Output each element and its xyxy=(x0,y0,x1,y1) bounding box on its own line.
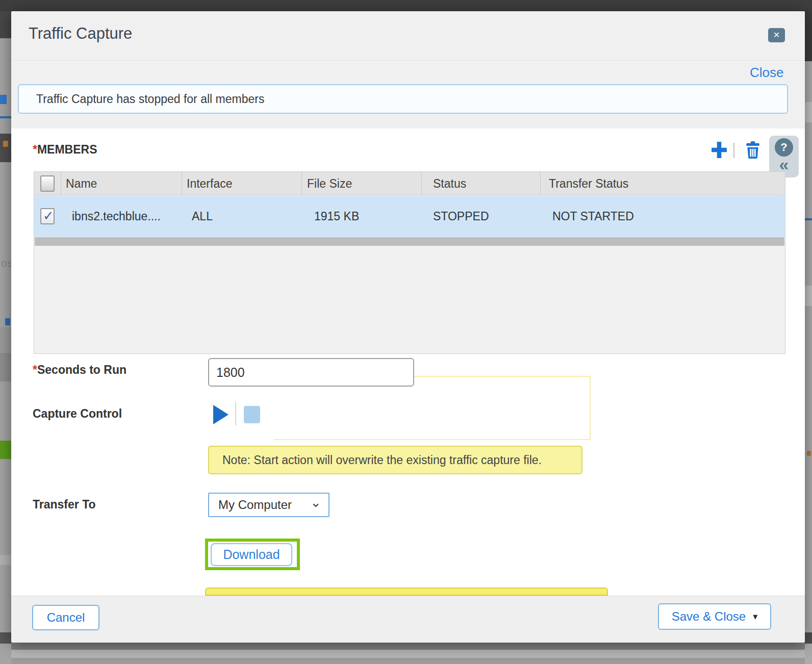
overwrite-note: Note: Start action will overwrite the ex… xyxy=(208,446,582,474)
column-header-transfer-status[interactable]: Transfer Status xyxy=(549,172,628,195)
column-header-name[interactable]: Name xyxy=(66,172,97,195)
members-required-marker: * xyxy=(33,143,37,156)
row-checkbox[interactable]: ✓ xyxy=(40,208,55,224)
background-right-orange-dot xyxy=(807,451,811,456)
transfer-to-selected-value: My Computer xyxy=(218,494,292,516)
background-left-orange-dot xyxy=(3,141,8,147)
column-header-file-size[interactable]: File Size xyxy=(307,172,352,195)
members-table: Name Interface File Size Status Transfer… xyxy=(34,171,785,354)
download-button[interactable]: Download xyxy=(211,543,292,566)
seconds-to-run-label: *Seconds to Run xyxy=(33,363,126,377)
background-top-bar xyxy=(0,0,812,11)
caret-down-icon: ▾ xyxy=(753,611,757,622)
background-left-band-2 xyxy=(0,353,11,381)
column-separator xyxy=(182,172,182,195)
background-right-dark-top xyxy=(805,11,812,61)
background-left-green-bar xyxy=(0,441,11,459)
cell-file-size: 1915 KB xyxy=(314,196,359,237)
transfer-to-select[interactable]: My Computer ⌄ xyxy=(208,493,329,517)
capture-control-label: Capture Control xyxy=(33,407,122,421)
column-header-interface[interactable]: Interface xyxy=(187,172,233,195)
table-header-row: Name Interface File Size Status Transfer… xyxy=(34,172,785,195)
screen: os Traffic Capture ✕ Close Traffic Captu… xyxy=(0,0,812,664)
save-and-close-label: Save & Close xyxy=(672,609,746,624)
toolbar-divider xyxy=(733,143,734,158)
checkmark-icon: ✓ xyxy=(43,208,54,224)
seconds-label-text: Seconds to Run xyxy=(37,363,126,376)
background-left-dark-button xyxy=(0,134,11,162)
cancel-button[interactable]: Cancel xyxy=(32,605,99,630)
notification-banner: Traffic Capture has stopped for all memb… xyxy=(18,84,788,114)
members-section-label: *MEMBERS xyxy=(33,143,97,157)
background-right-light-band-1 xyxy=(805,102,812,122)
notification-text: Traffic Capture has stopped for all memb… xyxy=(36,85,264,113)
background-right-light-band-2 xyxy=(805,286,812,306)
close-icon[interactable]: ✕ xyxy=(768,28,785,42)
cell-name: ibns2.techblue.... xyxy=(72,196,161,237)
column-separator xyxy=(421,172,422,195)
column-separator xyxy=(540,172,541,195)
start-capture-play-icon[interactable] xyxy=(213,405,229,424)
add-member-button[interactable] xyxy=(712,142,727,158)
background-left-band-3 xyxy=(0,555,11,565)
trash-icon xyxy=(745,151,760,160)
stop-capture-icon[interactable] xyxy=(244,406,260,423)
background-left-blue-line xyxy=(0,116,11,118)
select-all-checkbox[interactable] xyxy=(40,175,55,192)
background-bottom-band-3 xyxy=(11,658,805,664)
transfer-to-label: Transfer To xyxy=(33,498,96,512)
close-link[interactable]: Close xyxy=(750,65,789,81)
save-and-close-button[interactable]: Save & Close ▾ xyxy=(658,603,771,630)
members-label-text: MEMBERS xyxy=(37,143,97,156)
background-left-blue-dot xyxy=(5,318,10,325)
seconds-required-marker: * xyxy=(33,363,37,376)
column-separator xyxy=(61,172,61,195)
column-header-status[interactable]: Status xyxy=(433,172,466,195)
chevron-down-icon: ⌄ xyxy=(310,495,321,510)
cell-status: STOPPED xyxy=(433,196,489,237)
plus-icon xyxy=(712,151,727,160)
column-separator xyxy=(301,172,302,195)
delete-member-button[interactable] xyxy=(745,141,760,159)
overwrite-note-text: Note: Start action will overwrite the ex… xyxy=(222,447,542,473)
background-bottom-band-2 xyxy=(11,650,805,658)
background-left-band-1 xyxy=(0,327,11,353)
background-left-dark-bottom xyxy=(0,632,11,644)
capture-control-divider xyxy=(235,402,236,425)
cell-transfer-status: NOT STARTED xyxy=(552,196,634,237)
seconds-to-run-input[interactable] xyxy=(208,358,414,387)
table-row[interactable]: ✓ ibns2.techblue.... ALL 1915 KB STOPPED… xyxy=(34,196,785,237)
clipped-note-box xyxy=(205,588,608,596)
background-right-blue-line xyxy=(805,218,812,220)
horizontal-scrollbar[interactable] xyxy=(35,237,784,246)
background-right-dark-bottom xyxy=(805,632,812,644)
dialog-title: Traffic Capture xyxy=(29,24,132,43)
cell-interface: ALL xyxy=(192,196,213,237)
background-bottom-band-1 xyxy=(11,643,805,650)
background-left-dark-top xyxy=(0,11,11,38)
background-left-blue-fragment xyxy=(0,95,7,104)
